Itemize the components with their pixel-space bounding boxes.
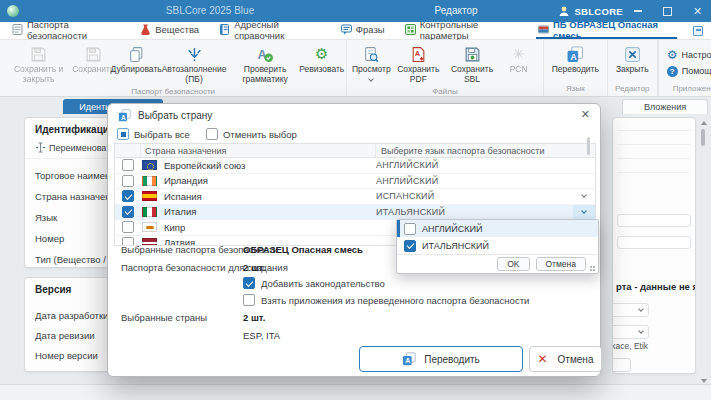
language-option[interactable]: АНГЛИЙСКИЙ	[397, 220, 598, 237]
save-close-icon	[30, 46, 47, 63]
preview-icon	[363, 46, 380, 63]
row-checkbox[interactable]	[122, 190, 134, 202]
select-country-dialog: A Выбрать страну ✕ Выбрать все Отменить …	[107, 103, 601, 377]
selected-countries-value: 2 шт.	[243, 312, 265, 323]
table-row[interactable]: Европейский союз АНГЛИЙСКИЙ	[115, 158, 595, 174]
select-all-checkbox[interactable]	[117, 128, 129, 140]
row-checkbox[interactable]	[122, 221, 134, 233]
language-option-checkbox[interactable]	[404, 223, 416, 235]
page-tab-attachments[interactable]: Вложения	[622, 99, 708, 114]
ribbon: Сохранить и закрыть Сохранить Дублироват…	[0, 40, 711, 97]
pcn-button[interactable]: ✳ PCN	[499, 43, 539, 76]
restore-button[interactable]	[662, 6, 673, 17]
save-pdf-button[interactable]: A Сохранить PDF	[391, 43, 445, 86]
translate-button-ribbon[interactable]: A Переводить	[548, 43, 603, 76]
table-row[interactable]: Италия ИТАЛЬЯНСКИЙ	[115, 205, 595, 221]
translate-icon: A	[402, 352, 416, 366]
duplicate-button[interactable]: Дублировать	[113, 43, 159, 76]
resize-grip[interactable]	[590, 266, 596, 272]
country-flag-icon	[142, 160, 157, 170]
chevron-down-icon	[638, 328, 644, 334]
sds-to-create-value: 2 шт.	[243, 262, 265, 273]
rename-button[interactable]: Переименовать	[35, 142, 115, 153]
dropdown-cancel-button[interactable]: Отмена	[536, 257, 587, 271]
scrollbar-thumb[interactable]	[701, 129, 705, 146]
tab-phrases[interactable]: Фразы	[339, 22, 387, 39]
language-cell[interactable]: АНГЛИЙСКИЙ	[376, 176, 595, 186]
table-header: Страна назначения Выберите язык паспорта…	[115, 144, 595, 158]
tab-safety-data-sheets[interactable]: Паспорта безопасности	[10, 22, 122, 39]
table-scrollbar-thumb[interactable]	[587, 137, 590, 155]
svg-text:A: A	[571, 52, 577, 62]
phrases-icon	[341, 24, 352, 35]
language-cell[interactable]: АНГЛИЙСКИЙ	[376, 160, 595, 170]
preview-button[interactable]: Просмотр	[351, 43, 391, 82]
deselect-all-checkbox[interactable]	[206, 128, 218, 140]
attachments-partial-button[interactable]	[612, 358, 631, 372]
check-grammar-button[interactable]: A Проверить грамматику	[229, 43, 301, 86]
ribbon-group-application: ⚙ Настройки ? Помощь Приложение	[658, 40, 711, 96]
revise-button[interactable]: ⚙ Ревизовать	[301, 43, 342, 76]
language-cell[interactable]: ИТАЛЬЯНСКИЙ	[376, 207, 573, 217]
rename-icon	[35, 142, 46, 153]
ribbon-group-sds: Сохранить и закрыть Сохранить Дублироват…	[0, 40, 347, 96]
cancel-button[interactable]: ✕ Отмена	[529, 346, 602, 372]
attachments-panel: рта - данные не я fikace, Etik	[612, 117, 696, 374]
dropdown-ok-button[interactable]: OK	[497, 257, 529, 271]
column-header-country: Страна назначения	[141, 144, 376, 157]
duplicate-icon	[128, 46, 145, 63]
vertical-scrollbar[interactable]	[700, 121, 707, 383]
minimize-button[interactable]	[632, 6, 643, 17]
country-name: Италия	[164, 206, 196, 217]
country-name: Испания	[164, 191, 202, 202]
settings-button[interactable]: ⚙ Настройки	[667, 49, 711, 61]
sds-doc-icon	[12, 24, 23, 35]
attachment-select[interactable]	[612, 303, 649, 317]
save-button[interactable]: Сохранить	[73, 43, 113, 76]
chevron-down-icon[interactable]	[581, 208, 587, 214]
close-window-button[interactable]: ✕	[692, 6, 703, 17]
table-row[interactable]: Испания ИСПАНСКИЙ	[115, 189, 595, 205]
add-legislation-checkbox[interactable]	[243, 277, 255, 289]
pdf-icon: A	[410, 46, 427, 63]
tab-address-book[interactable]: Адресный справочник	[217, 22, 323, 39]
country-flag-icon	[142, 176, 157, 186]
tab-control-parameters[interactable]: Контрольные параметры	[403, 22, 520, 39]
translate-button[interactable]: A Переводить	[359, 346, 523, 372]
save-sbl-button[interactable]: Сохранить SBL	[445, 43, 498, 86]
scroll-down-icon[interactable]	[701, 379, 707, 383]
help-button[interactable]: ? Помощь	[667, 66, 711, 77]
close-editor-button[interactable]: Закрыть	[612, 43, 653, 76]
ribbon-group-language: A Переводить Язык	[544, 40, 608, 96]
attachments-partial-header: рта - данные не я	[616, 281, 696, 292]
attachment-input[interactable]	[617, 236, 691, 249]
language-option-checkbox[interactable]	[404, 240, 416, 252]
address-book-icon	[219, 24, 230, 35]
chevron-down-icon[interactable]	[581, 192, 587, 198]
attachment-input[interactable]	[617, 214, 691, 227]
revise-gear-icon: ⚙	[315, 47, 328, 62]
table-row[interactable]: Ирландия АНГЛИЙСКИЙ	[115, 174, 595, 190]
row-checkbox[interactable]	[122, 175, 134, 187]
take-attachments-option[interactable]: Взять приложения из переведенного паспор…	[243, 294, 529, 306]
country-flag-icon	[142, 191, 157, 201]
language-option[interactable]: ИТАЛЬЯНСКИЙ	[397, 237, 598, 254]
autofill-button[interactable]: Автозаполнение (ПБ)	[159, 43, 229, 86]
row-checkbox[interactable]	[122, 159, 134, 171]
scroll-up-icon[interactable]	[701, 121, 707, 125]
status-bar	[0, 384, 711, 400]
dialog-close-button[interactable]: ✕	[581, 108, 590, 121]
pin-window-icon[interactable]	[693, 26, 703, 36]
tab-substances[interactable]: Вещества	[138, 22, 201, 39]
select-all-option[interactable]: Выбрать все	[117, 128, 190, 140]
save-and-close-button[interactable]: Сохранить и закрыть	[4, 43, 73, 86]
take-attachments-checkbox[interactable]	[243, 294, 255, 306]
deselect-all-option[interactable]: Отменить выбор	[206, 128, 297, 140]
add-legislation-option[interactable]: Добавить законодательство	[243, 277, 385, 289]
chevron-down-icon	[638, 306, 644, 312]
language-cell[interactable]: ИСПАНСКИЙ	[376, 191, 573, 201]
attachment-select[interactable]	[612, 325, 649, 339]
row-checkbox[interactable]	[122, 206, 134, 218]
editor-content: Идентификация Вложения Идентификация Пер…	[0, 97, 711, 400]
tab-sds-sample-dangerous-mixture[interactable]: ПБ ОБРАЗЕЦ Опасная смесь	[536, 22, 677, 39]
